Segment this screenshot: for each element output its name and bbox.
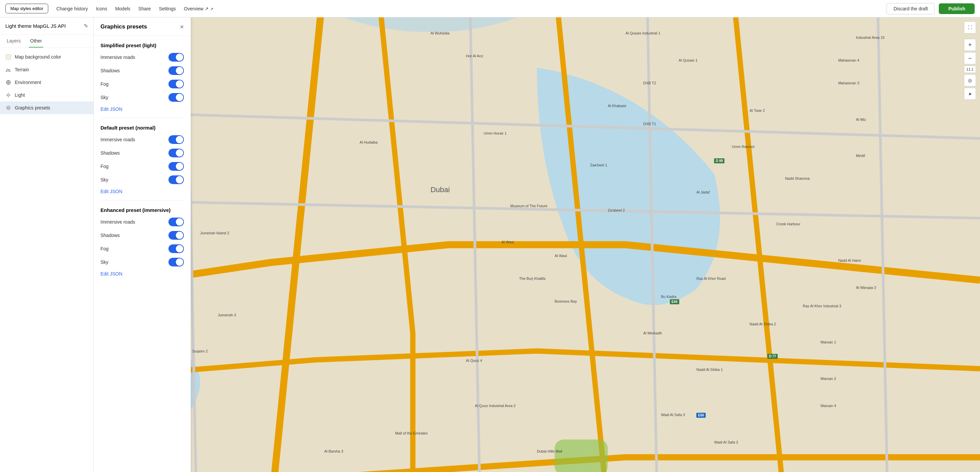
preset-label-sky-2: Sky [100,177,108,183]
nav-settings[interactable]: Settings [159,6,176,11]
preset-row-sky-2: Sky [100,175,184,184]
edit-json-link-1[interactable]: Edit JSON [100,106,184,112]
presets-panel: Graphics presets × Simplified preset (li… [94,17,191,472]
preset-section-simplified: Simplified preset (light) Immersive road… [94,36,191,112]
preset-label-immersive-roads-1: Immersive roads [100,54,135,60]
terrain-icon [5,67,11,73]
environment-icon [5,79,11,85]
zoom-in-button[interactable]: + [964,39,976,51]
toggle-sky-3[interactable] [169,258,184,267]
toggle-shadows-1[interactable] [169,66,184,75]
map-background: Dubai Al Wuheida DXB T2 DXB T1 Al Hudaib… [94,17,980,472]
sidebar-item-label: Map background color [15,54,61,60]
map-svg [94,17,980,472]
toggle-immersive-roads-3[interactable] [169,218,184,226]
sidebar-title-text: Light theme MapGL JS API [5,23,66,29]
preset-label-fog-3: Fog [100,246,108,251]
map-controls: ⛶ + − 11.1 ◎ ➤ [964,21,976,100]
road-sign-e44: E44 [670,299,679,304]
preset-label-immersive-roads-2: Immersive roads [100,137,135,142]
preset-section-title-simplified: Simplified preset (light) [100,43,184,48]
toggle-sky-2[interactable] [169,175,184,184]
sidebar-item-label: Graphics presets [15,105,50,110]
preset-label-immersive-roads-3: Immersive roads [100,219,135,225]
preset-section-enhanced: Enhanced preset (immersive) Immersive ro… [94,200,191,277]
sidebar-items: Map background color Terrain [0,48,94,472]
sidebar-title-bar: Light theme MapGL JS API ✎ [0,17,94,35]
sidebar-item-environment[interactable]: Environment [0,76,94,89]
preset-section-title-default: Default preset (normal) [100,125,184,130]
preset-row-fog-3: Fog [100,245,184,253]
toggle-immersive-roads-1[interactable] [169,53,184,62]
road-sign-d77: D 77 [767,354,778,359]
preset-section-title-enhanced: Enhanced preset (immersive) [100,207,184,213]
edit-title-icon[interactable]: ✎ [84,23,88,29]
sidebar-item-graphics-presets[interactable]: Graphics presets [0,102,94,114]
zoom-level: 11.1 [964,66,976,73]
zoom-out-button[interactable]: − [964,52,976,64]
toggle-fog-3[interactable] [169,245,184,253]
expand-map-button[interactable]: ⛶ [964,21,976,33]
preset-row-fog-1: Fog [100,79,184,88]
preset-row-fog-2: Fog [100,162,184,171]
main-layout: Light theme MapGL JS API ✎ Layers Other … [0,17,980,472]
close-presets-button[interactable]: × [180,24,184,30]
toggle-fog-2[interactable] [169,162,184,171]
edit-json-link-3[interactable]: Edit JSON [100,271,184,277]
svg-point-8 [289,17,573,32]
preset-label-sky-3: Sky [100,259,108,265]
sidebar-item-label: Environment [15,79,41,85]
preset-label-fog-1: Fog [100,81,108,87]
toggle-immersive-roads-2[interactable] [169,135,184,144]
preset-row-immersive-roads-3: Immersive roads [100,218,184,226]
brand-button[interactable]: Map styles editor [5,4,48,13]
nav-overview[interactable]: Overview ↗ [184,6,213,11]
sidebar-item-light[interactable]: Light [0,89,94,102]
preset-label-fog-2: Fog [100,164,108,169]
nav-models[interactable]: Models [115,6,130,11]
sidebar-item-label: Terrain [15,67,29,72]
nav-actions: Discard the draft Publish [886,3,975,14]
presets-icon [5,105,11,111]
preset-section-default: Default preset (normal) Immersive roads … [94,118,191,194]
preset-label-shadows-1: Shadows [100,68,120,73]
preset-row-sky-3: Sky [100,258,184,267]
preset-row-immersive-roads-1: Immersive roads [100,53,184,62]
tab-layers[interactable]: Layers [5,35,22,48]
sidebar-item-terrain[interactable]: Terrain [0,63,94,76]
map-area[interactable]: Dubai Al Wuheida DXB T2 DXB T1 Al Hudaib… [94,17,980,472]
preset-label-shadows-2: Shadows [100,150,120,156]
discard-button[interactable]: Discard the draft [886,3,935,14]
preset-row-shadows-3: Shadows [100,231,184,240]
nav-share[interactable]: Share [138,6,151,11]
sidebar-item-map-background[interactable]: Map background color [0,51,94,63]
svg-point-2 [7,94,10,96]
preset-row-immersive-roads-2: Immersive roads [100,135,184,144]
sidebar-item-label: Light [15,92,25,98]
nav-icons[interactable]: Icons [96,6,107,11]
locate-button[interactable]: ➤ [964,88,976,100]
toggle-shadows-3[interactable] [169,231,184,240]
nav-links: Change history Icons Models Share Settin… [56,6,878,11]
toggle-shadows-2[interactable] [169,149,184,157]
presets-title: Graphics presets [100,24,147,30]
road-sign-e66: E66 [696,413,706,418]
nav-change-history[interactable]: Change history [56,6,88,11]
presets-header: Graphics presets × [94,17,191,36]
preset-row-shadows-2: Shadows [100,149,184,157]
road-sign-d89: D 89 [714,158,724,164]
sidebar: Light theme MapGL JS API ✎ Layers Other … [0,17,94,472]
preset-label-sky-1: Sky [100,95,108,100]
toggle-sky-1[interactable] [169,93,184,102]
compass-button[interactable]: ◎ [964,74,976,86]
top-nav: Map styles editor Change history Icons M… [0,0,980,17]
svg-rect-9 [555,440,608,472]
preset-row-sky-1: Sky [100,93,184,102]
edit-json-link-2[interactable]: Edit JSON [100,189,184,194]
color-swatch-icon [5,54,11,60]
tab-other[interactable]: Other [29,35,43,48]
svg-point-7 [7,107,10,109]
preset-row-shadows-1: Shadows [100,66,184,75]
publish-button[interactable]: Publish [939,3,975,14]
toggle-fog-1[interactable] [169,79,184,88]
